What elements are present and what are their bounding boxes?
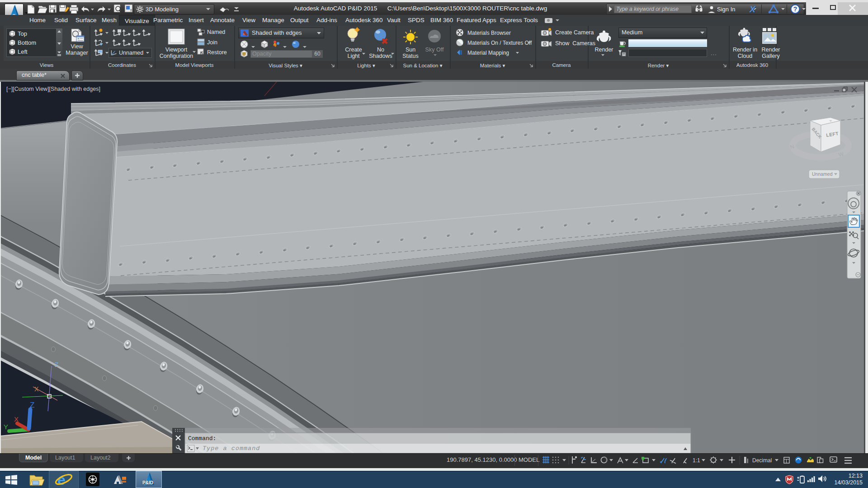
svg-text:X: X [14, 415, 19, 423]
svg-text:x: x [100, 42, 102, 46]
svg-text:[−][Custom View][Shaded with e: [−][Custom View][Shaded with edges] [6, 86, 100, 92]
svg-text:?: ? [793, 5, 797, 13]
svg-text:Z: Z [55, 361, 59, 368]
svg-text:e: e [57, 472, 66, 488]
svg-text:Type a command: Type a command [203, 445, 260, 452]
svg-text:Decimal: Decimal [752, 457, 772, 464]
svg-text:Z: Z [30, 401, 34, 409]
svg-text:1:1: 1:1 [693, 457, 700, 464]
svg-text:Unnamed: Unnamed [812, 171, 833, 177]
svg-text:Command:: Command: [188, 435, 216, 442]
svg-text:Y: Y [4, 423, 8, 431]
svg-text:X: X [34, 385, 39, 393]
